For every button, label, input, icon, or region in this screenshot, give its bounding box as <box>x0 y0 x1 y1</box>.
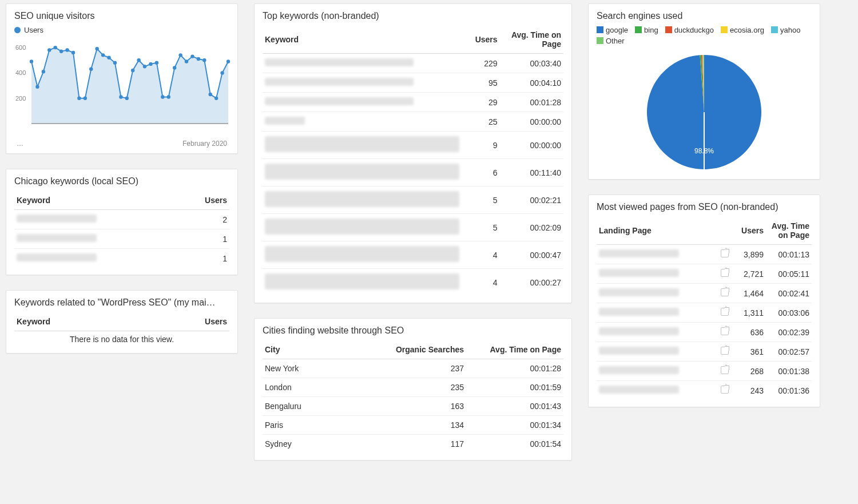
card-engines: Search engines used googlebingduckduckgo… <box>588 3 820 180</box>
col-time[interactable]: Avg. Time on Page <box>766 217 812 245</box>
table-row[interactable]: 1 <box>14 249 229 268</box>
col-keyword[interactable]: Keyword <box>263 26 462 54</box>
cell-time: 00:01:28 <box>466 359 563 378</box>
cell-city: London <box>263 378 369 397</box>
table-row[interactable]: 2900:01:28 <box>263 93 563 112</box>
legend-item[interactable]: Other <box>597 37 625 45</box>
card-title: Search engines used <box>597 11 812 21</box>
external-link-icon[interactable] <box>721 249 729 257</box>
legend-item[interactable]: google <box>597 26 628 34</box>
legend-item[interactable]: yahoo <box>771 26 800 34</box>
cell-time: 00:02:41 <box>766 284 812 303</box>
table-row[interactable]: Paris13400:01:34 <box>263 416 563 435</box>
external-link-icon[interactable] <box>721 288 729 296</box>
cell-searches: 237 <box>369 359 466 378</box>
col-keyword[interactable]: Keyword <box>14 312 141 331</box>
svg-point-1 <box>35 85 39 89</box>
line-chart[interactable]: 200400600 … February 2020 <box>14 38 229 146</box>
svg-point-9 <box>84 96 87 100</box>
table-row[interactable]: 36100:02:57 <box>597 342 812 362</box>
cell-link <box>718 303 732 323</box>
svg-text:98.8%: 98.8% <box>694 147 714 155</box>
table-row[interactable]: 400:00:47 <box>263 241 563 269</box>
external-link-icon[interactable] <box>721 366 729 374</box>
top-keywords-table: Keyword Users Avg. Time on Page 22900:03… <box>263 26 563 296</box>
table-row[interactable]: 400:00:27 <box>263 269 563 296</box>
svg-point-15 <box>119 95 122 98</box>
column-middle: Top keywords (non-branded) Keyword Users… <box>254 3 572 461</box>
table-row[interactable]: 900:00:00 <box>263 132 563 159</box>
table-row[interactable]: 24300:01:36 <box>597 381 812 400</box>
col-keyword[interactable]: Keyword <box>14 191 177 210</box>
cell-keyword <box>263 73 462 93</box>
redacted-text <box>265 164 459 180</box>
table-row[interactable]: 2500:00:00 <box>263 112 563 132</box>
table-row[interactable]: 3,89900:01:13 <box>597 245 812 264</box>
cell-keyword <box>263 93 462 112</box>
legend-item[interactable]: duckduckgo <box>665 26 714 34</box>
table-row[interactable]: 600:11:40 <box>263 159 563 186</box>
table-row[interactable]: 63600:02:39 <box>597 323 812 342</box>
table-row[interactable]: 1,46400:02:41 <box>597 284 812 303</box>
legend-label: ecosia.org <box>730 26 764 34</box>
cell-time: 00:03:06 <box>766 303 812 323</box>
table-row[interactable]: 2 <box>14 210 229 229</box>
cell-searches: 117 <box>369 435 466 454</box>
external-link-icon[interactable] <box>721 386 729 394</box>
redacted-text <box>599 366 679 374</box>
col-city[interactable]: City <box>263 340 369 359</box>
table-row[interactable]: 500:02:21 <box>263 186 563 214</box>
pie-chart[interactable]: 98.8% <box>597 49 812 172</box>
card-cities: Cities finding website through SEO City … <box>254 318 572 461</box>
svg-point-18 <box>137 58 140 62</box>
legend-item[interactable]: ecosia.org <box>721 26 764 34</box>
col-searches[interactable]: Organic Searches <box>369 340 466 359</box>
col-users[interactable]: Users <box>462 26 500 54</box>
svg-point-12 <box>101 53 105 57</box>
svg-point-7 <box>72 51 75 54</box>
col-time[interactable]: Avg. Time on Page <box>466 340 563 359</box>
dashboard: SEO unique visitors Users 200400600 … Fe… <box>0 0 858 464</box>
table-row[interactable]: Sydney11700:01:54 <box>263 435 563 454</box>
table-row[interactable]: 26800:01:38 <box>597 362 812 381</box>
card-title: SEO unique visitors <box>14 11 229 21</box>
table-row[interactable]: New York23700:01:28 <box>263 359 563 378</box>
cell-time: 00:01:28 <box>500 93 563 112</box>
external-link-icon[interactable] <box>721 308 729 316</box>
legend-item[interactable]: bing <box>635 26 658 34</box>
cell-time: 00:01:43 <box>466 397 563 416</box>
table-row[interactable]: 2,72100:05:11 <box>597 264 812 284</box>
card-seo-visitors: SEO unique visitors Users 200400600 … Fe… <box>6 3 238 154</box>
cell-time: 00:01:54 <box>466 435 563 454</box>
cities-table: City Organic Searches Avg. Time on Page … <box>263 340 563 453</box>
cell-users: 6 <box>462 159 500 186</box>
table-row[interactable]: 1,31100:03:06 <box>597 303 812 323</box>
table-row[interactable]: 1 <box>14 229 229 249</box>
cell-keyword <box>263 159 462 186</box>
col-page[interactable]: Landing Page <box>597 217 718 245</box>
external-link-icon[interactable] <box>721 327 729 335</box>
col-users[interactable]: Users <box>177 191 229 210</box>
table-row[interactable]: 22900:03:40 <box>263 54 563 73</box>
cell-link <box>718 264 732 284</box>
cell-keyword <box>263 241 462 269</box>
cell-city: Paris <box>263 416 369 435</box>
svg-point-6 <box>65 48 69 51</box>
cell-page <box>597 342 718 362</box>
table-row[interactable]: London23500:01:59 <box>263 378 563 397</box>
external-link-icon[interactable] <box>721 347 729 355</box>
redacted-text <box>265 246 459 262</box>
cell-users: 636 <box>732 323 766 342</box>
table-row[interactable]: 9500:04:10 <box>263 73 563 93</box>
col-users[interactable]: Users <box>732 217 766 245</box>
svg-text:400: 400 <box>15 69 26 76</box>
col-users[interactable]: Users <box>141 312 229 331</box>
external-link-icon[interactable] <box>721 269 729 277</box>
table-row[interactable]: 500:02:09 <box>263 214 563 241</box>
cell-time: 00:01:36 <box>766 381 812 400</box>
legend-label: bing <box>644 26 658 34</box>
col-time[interactable]: Avg. Time on Page <box>500 26 563 54</box>
table-row[interactable]: Bengaluru16300:01:43 <box>263 397 563 416</box>
legend-swatch-icon <box>665 26 672 33</box>
svg-point-23 <box>167 95 170 98</box>
